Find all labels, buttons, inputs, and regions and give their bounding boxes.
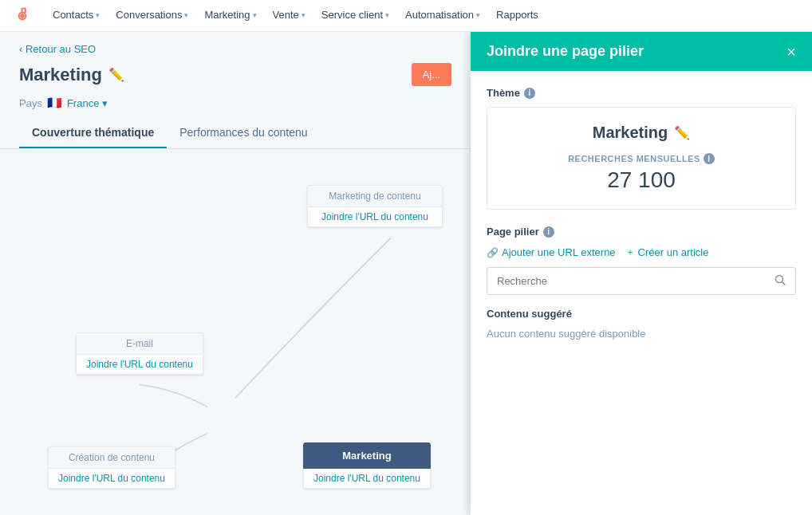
node-marketing-de-contenu: Marketing de contenu Joindre l'URL du co… [307, 185, 443, 227]
node-link-creation-contenu[interactable]: Joindre l'URL du contenu [48, 469, 175, 489]
nav-item-contacts[interactable]: Contacts ▾ [45, 0, 108, 32]
svg-line-2 [782, 282, 786, 285]
panel-header: Joindre une page pilier × [471, 32, 812, 71]
page-pilier-section: Page pilier i 🔗 Ajouter une URL externe … [487, 226, 796, 295]
actions-row: 🔗 Ajouter une URL externe ＋ Créer un art… [487, 246, 796, 259]
nav-item-service-client[interactable]: Service client ▾ [313, 0, 397, 32]
panel-title: Joindre une page pilier [487, 43, 644, 60]
monthly-searches-info-icon[interactable]: i [704, 153, 715, 164]
page-pilier-info-icon[interactable]: i [543, 226, 554, 238]
nav-item-rapports[interactable]: Rapports [488, 0, 546, 32]
theme-edit-icon[interactable]: ✏️ [674, 125, 690, 140]
node-link-marketing-center[interactable]: Joindre l'URL du contenu [303, 469, 431, 489]
nav-item-conversations[interactable]: Conversations ▾ [108, 0, 196, 32]
search-input[interactable] [487, 269, 765, 293]
node-marketing-center: Marketing Joindre l'URL du contenu [303, 442, 431, 489]
diagram-area: Marketing de contenu Joindre l'URL du co… [0, 149, 471, 505]
page-pilier-label: Page pilier i [487, 226, 796, 238]
search-box [487, 267, 796, 295]
country-label: Pays [19, 97, 42, 109]
theme-info-icon[interactable]: i [524, 88, 535, 99]
node-email: E-mail Joindre l'URL du contenu [76, 332, 203, 375]
theme-section-label: Thème i [487, 87, 796, 99]
tabs-bar: Couverture thématique Performances du co… [0, 118, 471, 149]
node-label-marketing-center: Marketing [303, 442, 431, 469]
country-row: Pays 🇫🇷 France ▾ [0, 94, 471, 118]
panel-close-button[interactable]: × [786, 44, 796, 60]
add-button[interactable]: Aj... [412, 63, 451, 86]
breadcrumb[interactable]: Retour au SEO [0, 32, 471, 60]
nav-item-marketing[interactable]: Marketing ▾ [196, 0, 264, 32]
node-label-marketing-contenu: Marketing de contenu [307, 185, 443, 207]
add-url-externe-button[interactable]: 🔗 Ajouter une URL externe [487, 246, 616, 258]
top-navigation: Contacts ▾ Conversations ▾ Marketing ▾ V… [0, 0, 812, 32]
tab-performances-contenu[interactable]: Performances du contenu [167, 118, 320, 148]
chevron-down-icon: ▾ [184, 11, 188, 19]
monthly-searches-label: RECHERCHES MENSUELLES i [503, 153, 779, 164]
suggested-content-label: Contenu suggéré [487, 308, 796, 320]
node-creation-contenu: Création de contenu Joindre l'URL du con… [48, 446, 175, 489]
create-article-button[interactable]: ＋ Créer un article [625, 246, 709, 259]
country-select[interactable]: France ▾ [67, 97, 108, 109]
node-label-creation-contenu: Création de contenu [48, 446, 175, 469]
edit-icon[interactable]: ✏️ [108, 67, 124, 82]
suggested-content-section: Contenu suggéré Aucun contenu suggéré di… [487, 308, 796, 340]
node-link-marketing-contenu[interactable]: Joindre l'URL du contenu [307, 207, 443, 227]
theme-card: Marketing ✏️ RECHERCHES MENSUELLES i 27 … [487, 107, 796, 210]
page-header: Marketing ✏️ Aj... [0, 60, 471, 94]
svg-point-0 [20, 14, 24, 18]
main-content: Retour au SEO Marketing ✏️ Aj... Pays 🇫🇷… [0, 32, 812, 515]
page-title: Marketing [19, 65, 102, 85]
node-label-email: E-mail [76, 332, 203, 355]
tab-couverture-thematique[interactable]: Couverture thématique [19, 118, 167, 148]
nav-item-vente[interactable]: Vente ▾ [265, 0, 313, 32]
search-button[interactable] [765, 268, 795, 294]
chevron-down-icon: ▾ [476, 11, 480, 19]
chevron-down-icon: ▾ [253, 11, 257, 19]
country-flag: 🇫🇷 [47, 96, 62, 110]
no-content-text: Aucun contenu suggéré disponible [487, 328, 796, 340]
monthly-searches-value: 27 100 [503, 167, 779, 193]
hubspot-logo[interactable] [10, 3, 35, 29]
node-link-email[interactable]: Joindre l'URL du contenu [76, 355, 203, 375]
search-icon [775, 274, 786, 285]
chevron-down-icon: ▾ [385, 11, 389, 19]
theme-card-title: Marketing ✏️ [503, 124, 779, 142]
nav-item-automatisation[interactable]: Automatisation ▾ [397, 0, 488, 32]
panel-body: Thème i Marketing ✏️ RECHERCHES MENSUELL… [471, 71, 812, 515]
panel-overlay: Joindre une page pilier × Thème i Market… [471, 32, 812, 515]
chevron-down-icon: ▾ [302, 11, 305, 19]
left-area: Retour au SEO Marketing ✏️ Aj... Pays 🇫🇷… [0, 32, 471, 515]
chevron-down-icon: ▾ [96, 11, 100, 19]
